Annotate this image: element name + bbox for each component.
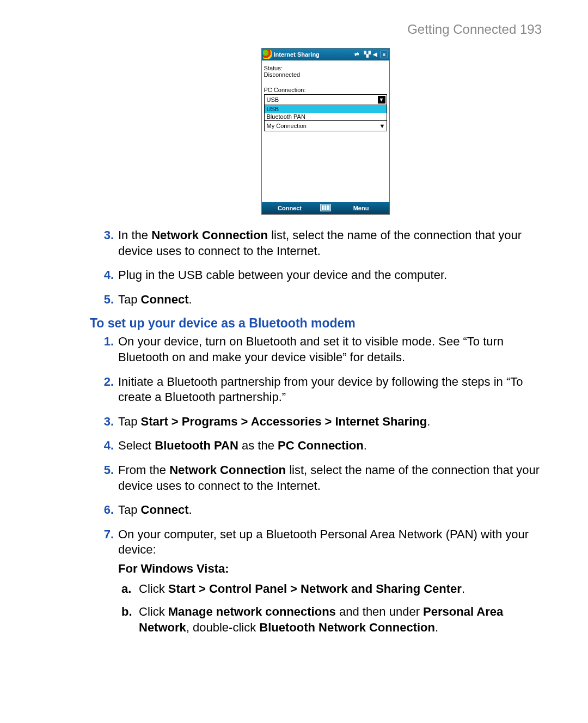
pc-connection-selected: USB <box>267 96 279 103</box>
step-number: 1. <box>97 334 114 350</box>
chevron-down-icon: ▼ <box>379 123 385 129</box>
pc-connection-options: USB Bluetooth PAN <box>264 105 387 121</box>
step-number: 3. <box>97 228 114 244</box>
status-value: Disconnected <box>264 71 387 78</box>
bt-step-3: 3. Tap Start > Programs > Accessories > … <box>95 414 550 430</box>
vista-heading: For Windows Vista: <box>118 561 550 577</box>
step-letter: b. <box>121 604 132 620</box>
connect-softkey[interactable]: Connect <box>262 205 318 211</box>
network-connection-value: My Connection <box>267 123 307 129</box>
bt-step-5: 5. From the Network Connection list, sel… <box>95 463 550 494</box>
step-5: 5. Tap Connect. <box>95 292 550 308</box>
step-4: 4. Plug in the USB cable between your de… <box>95 268 550 283</box>
pc-connection-label: PC Connection: <box>264 87 387 93</box>
bt-step-2: 2. Initiate a Bluetooth partnership from… <box>95 374 550 405</box>
vista-step-a: a. Click Start > Control Panel > Network… <box>121 581 550 597</box>
option-usb[interactable]: USB <box>265 105 387 113</box>
option-bluetooth-pan[interactable]: Bluetooth PAN <box>265 113 387 120</box>
pc-connection-select[interactable]: USB ▼ <box>264 94 387 105</box>
bt-step-1: 1. On your device, turn on Bluetooth and… <box>95 334 550 365</box>
step-letter: a. <box>121 581 131 597</box>
device-screenshot: Internet Sharing ⇄ ▝▞ ◀ × Status: Discon… <box>261 48 390 215</box>
status-label: Status: <box>264 65 387 71</box>
menu-softkey[interactable]: Menu <box>333 205 389 211</box>
step-number: 6. <box>97 502 114 518</box>
start-icon <box>263 50 272 59</box>
keyboard-icon[interactable] <box>318 204 333 212</box>
chevron-down-icon: ▼ <box>378 96 385 104</box>
window-title: Internet Sharing <box>274 51 353 58</box>
page-header: Getting Connected 193 <box>95 22 555 37</box>
step-number: 4. <box>97 268 114 283</box>
step-number: 3. <box>97 414 114 430</box>
step-number: 5. <box>97 292 114 308</box>
step-3: 3. In the Network Connection list, selec… <box>95 228 550 259</box>
softkey-bar: Connect Menu <box>262 202 389 214</box>
connectivity-icon: ⇄ <box>353 51 360 58</box>
vista-step-b: b. Click Manage network connections and … <box>121 604 550 635</box>
close-icon[interactable]: × <box>381 51 388 58</box>
step-number: 5. <box>97 463 114 478</box>
step-number: 4. <box>97 438 114 454</box>
step-number: 7. <box>97 527 114 543</box>
volume-icon: ◀ <box>371 51 379 58</box>
bt-step-4: 4. Select Bluetooth PAN as the PC Connec… <box>95 438 550 454</box>
step-number: 2. <box>97 374 114 390</box>
bt-step-6: 6. Tap Connect. <box>95 502 550 518</box>
section-bluetooth-modem: To set up your device as a Bluetooth mod… <box>90 316 555 331</box>
window-titlebar: Internet Sharing ⇄ ▝▞ ◀ × <box>262 48 389 60</box>
bt-step-7: 7. On your computer, set up a Bluetooth … <box>95 527 550 636</box>
signal-icon: ▝▞ <box>362 51 370 58</box>
network-connection-select[interactable]: My Connection ▼ <box>264 121 387 131</box>
